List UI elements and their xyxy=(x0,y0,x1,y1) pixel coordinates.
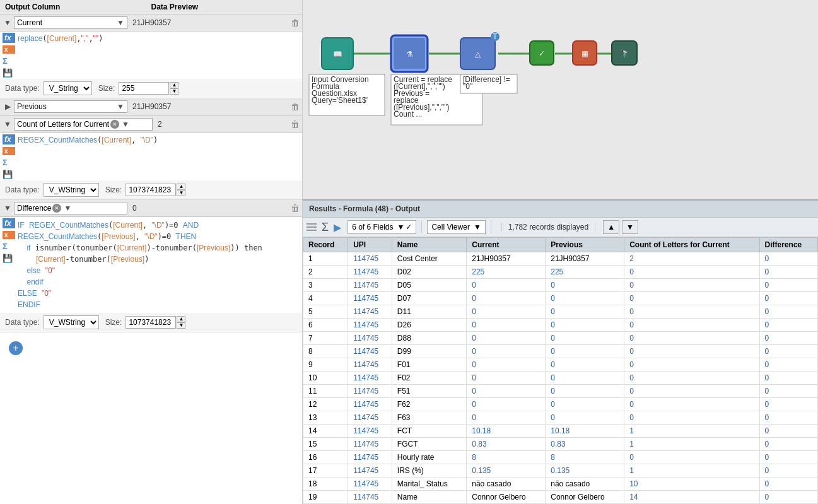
table-cell[interactable]: IRS (%) xyxy=(392,464,466,478)
table-cell[interactable]: D88 xyxy=(392,332,466,345)
table-cell[interactable]: 0 xyxy=(624,266,759,279)
x-icon-current[interactable]: x xyxy=(3,45,15,54)
table-cell[interactable]: 0 xyxy=(624,451,759,464)
sigma-icon-current[interactable]: Σ xyxy=(3,56,15,66)
table-cell[interactable]: 14 xyxy=(624,491,759,504)
scroll-down-btn[interactable]: ▼ xyxy=(622,220,638,234)
table-cell[interactable]: 114745 xyxy=(348,305,392,319)
sigma-icon-count[interactable]: Σ xyxy=(3,158,15,167)
table-cell[interactable]: 17 xyxy=(303,464,348,478)
table-cell[interactable]: 0.135 xyxy=(467,464,546,478)
table-cell[interactable]: 7 xyxy=(303,332,348,345)
table-cell[interactable]: 0 xyxy=(759,464,817,478)
table-cell[interactable]: 0 xyxy=(467,319,546,332)
expand-current-icon[interactable]: ▼ xyxy=(3,18,13,28)
table-cell[interactable]: 114745 xyxy=(348,372,392,385)
table-cell[interactable]: Hourly rate xyxy=(392,451,466,464)
table-cell[interactable]: 0 xyxy=(467,279,546,292)
table-cell[interactable]: 0 xyxy=(759,266,817,279)
table-cell[interactable]: 1 xyxy=(624,425,759,438)
table-cell[interactable]: 8 xyxy=(303,345,348,358)
table-cell[interactable]: 0 xyxy=(624,279,759,292)
col-header-name[interactable]: Name xyxy=(392,238,466,252)
table-cell[interactable]: D26 xyxy=(392,319,466,332)
count-datatype-select[interactable]: V_WString xyxy=(44,183,99,197)
table-cell[interactable]: 114745 xyxy=(348,398,392,411)
table-cell[interactable]: 2 xyxy=(303,266,348,279)
table-cell[interactable]: 0 xyxy=(624,372,759,385)
table-cell[interactable]: 0 xyxy=(467,372,546,385)
table-cell[interactable]: 21JH90357 xyxy=(467,252,546,266)
table-cell[interactable]: 114745 xyxy=(348,464,392,478)
table-cell[interactable]: 0 xyxy=(624,305,759,319)
fx-icon-count[interactable]: fx xyxy=(3,134,15,144)
current-field-dropdown[interactable]: Current ▼ xyxy=(14,16,127,29)
table-cell[interactable]: 0 xyxy=(624,398,759,411)
table-cell[interactable]: 5 xyxy=(303,305,348,319)
expand-count-icon[interactable]: ▼ xyxy=(3,119,13,129)
table-cell[interactable]: 15 xyxy=(303,438,348,451)
table-cell[interactable]: 6 xyxy=(303,319,348,332)
previous-delete-icon[interactable]: 🗑 xyxy=(291,102,300,112)
col-header-record[interactable]: Record xyxy=(303,238,348,252)
count-size-input[interactable] xyxy=(126,184,176,196)
table-cell[interactable]: 0 xyxy=(759,425,817,438)
table-cell[interactable]: 0.83 xyxy=(546,438,624,451)
table-cell[interactable]: Connor Gelbero xyxy=(546,491,624,504)
fx-icon-diff[interactable]: fx xyxy=(3,218,15,228)
table-cell[interactable]: 0 xyxy=(467,411,546,425)
table-cell[interactable]: 14 xyxy=(303,425,348,438)
table-cell[interactable]: 9 xyxy=(303,358,348,372)
table-cell[interactable]: 114745 xyxy=(348,345,392,358)
table-cell[interactable]: D02 xyxy=(392,266,466,279)
table-cell[interactable]: 0 xyxy=(624,292,759,305)
diff-size-up-btn[interactable]: ▲ xyxy=(177,316,185,322)
table-cell[interactable]: D05 xyxy=(392,279,466,292)
table-cell[interactable]: F51 xyxy=(392,385,466,398)
table-cell[interactable]: não casado xyxy=(467,478,546,491)
save-icon-current[interactable]: 💾 xyxy=(3,68,15,78)
difference-field-dropdown[interactable]: Difference ✕ ▼ xyxy=(14,202,127,214)
table-cell[interactable]: 1 xyxy=(624,438,759,451)
table-cell[interactable]: 13 xyxy=(303,411,348,425)
table-cell[interactable]: 8 xyxy=(546,451,624,464)
col-header-difference[interactable]: Difference xyxy=(759,238,817,252)
col-header-upi[interactable]: UPI xyxy=(348,238,392,252)
col-header-previous[interactable]: Previous xyxy=(546,238,624,252)
count-letters-close-badge[interactable]: ✕ xyxy=(110,120,119,129)
current-datatype-select[interactable]: V_String xyxy=(44,81,92,95)
table-cell[interactable]: 0 xyxy=(467,332,546,345)
data-table-container[interactable]: Record UPI Name Current Previous Count o… xyxy=(303,237,818,504)
table-cell[interactable]: 1 xyxy=(624,464,759,478)
x-icon-count[interactable]: x xyxy=(3,147,15,155)
table-cell[interactable]: 0 xyxy=(467,292,546,305)
table-cell[interactable]: 114745 xyxy=(348,319,392,332)
table-cell[interactable]: D99 xyxy=(392,345,466,358)
add-field-button[interactable]: + xyxy=(9,341,23,355)
table-cell[interactable]: 0 xyxy=(467,385,546,398)
table-cell[interactable]: 0.83 xyxy=(467,438,546,451)
table-cell[interactable]: 21JH90357 xyxy=(546,252,624,266)
table-cell[interactable]: 0 xyxy=(759,478,817,491)
table-cell[interactable]: 0.135 xyxy=(546,464,624,478)
save-icon-count[interactable]: 💾 xyxy=(3,170,15,179)
table-cell[interactable]: 114745 xyxy=(348,358,392,372)
table-cell[interactable]: 114745 xyxy=(348,451,392,464)
fx-icon-current[interactable]: fx xyxy=(3,33,15,43)
table-cell[interactable]: 0 xyxy=(546,372,624,385)
table-cell[interactable]: 1 xyxy=(303,252,348,266)
table-cell[interactable]: 11 xyxy=(303,385,348,398)
table-cell[interactable]: 0 xyxy=(546,358,624,372)
current-size-input[interactable] xyxy=(119,82,169,95)
table-cell[interactable]: 0 xyxy=(624,319,759,332)
table-cell[interactable]: 0 xyxy=(759,451,817,464)
table-cell[interactable]: 0 xyxy=(546,319,624,332)
count-letters-delete-icon[interactable]: 🗑 xyxy=(291,119,300,129)
fields-dropdown[interactable]: 6 of 6 Fields ▼ ✓ xyxy=(348,220,416,234)
table-cell[interactable]: 0 xyxy=(546,398,624,411)
table-cell[interactable]: Name xyxy=(392,491,466,504)
table-cell[interactable]: 114745 xyxy=(348,292,392,305)
table-cell[interactable]: F62 xyxy=(392,398,466,411)
table-cell[interactable]: 114745 xyxy=(348,478,392,491)
table-cell[interactable]: 114745 xyxy=(348,491,392,504)
